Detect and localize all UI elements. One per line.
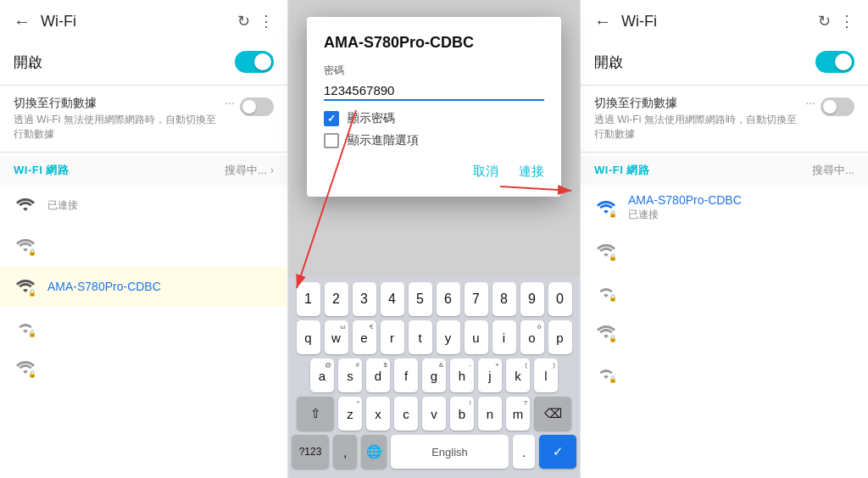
left-wifi-item-2[interactable]: 🔒 [0,307,287,347]
left-refresh-icon[interactable]: ↻ [237,12,250,31]
key-q[interactable]: q [297,320,320,354]
right-wifi-item-3[interactable]: 🔒 [581,312,868,353]
key-globe[interactable]: 🌐 [361,435,387,469]
right-back-icon[interactable]: ← [594,12,611,31]
key-o[interactable]: oô [520,320,544,354]
key-p[interactable]: p [548,320,572,354]
key-n[interactable]: n [478,397,502,431]
connect-button[interactable]: 連接 [519,160,544,183]
dialog-input-wrap [324,81,544,101]
keyboard-row-qwerty: q wω e€ r t y u i oô p [292,320,576,354]
key-5[interactable]: 5 [409,282,432,316]
right-wifi-item-4[interactable]: 🔒 [581,353,868,393]
right-mobile-data-toggle[interactable] [821,97,854,116]
key-dot[interactable]: . [513,435,535,469]
key-u[interactable]: u [465,320,488,354]
key-t[interactable]: t [409,320,432,354]
key-w[interactable]: wω [325,320,348,354]
key-7[interactable]: 7 [465,282,488,316]
left-mobile-data-toggle[interactable] [240,97,274,116]
left-wifi-item-connected[interactable]: 已連接 [0,185,287,225]
key-f[interactable]: f [394,358,418,392]
key-shift[interactable]: ⇧ [297,397,334,431]
right-switch-label: 切換至行動數據 [594,96,800,111]
key-d[interactable]: d$ [366,358,390,392]
left-more-icon[interactable]: ⋮ [259,12,274,31]
key-4[interactable]: 4 [381,282,404,316]
key-comma[interactable]: , [333,435,357,469]
left-switch-dots[interactable]: ··· [225,96,235,109]
left-wifi-signal-icon-connected [14,193,37,217]
left-wifi-item-3[interactable]: 🔒 [0,347,287,388]
key-8[interactable]: 8 [492,282,516,316]
key-l[interactable]: l) [534,358,558,392]
key-a[interactable]: a@ [310,358,334,392]
key-j[interactable]: j+ [478,358,502,392]
key-1[interactable]: 1 [297,282,320,316]
left-wifi-item-highlighted[interactable]: 🔒 AMA-S780Pro-CDBC [0,266,287,307]
key-6[interactable]: 6 [437,282,460,316]
left-title: Wi-Fi [41,13,229,31]
left-wifi-info-highlighted: AMA-S780Pro-CDBC [47,280,161,293]
key-s[interactable]: s# [338,358,362,392]
show-advanced-checkbox[interactable] [324,133,339,148]
left-back-icon[interactable]: ← [14,12,31,31]
key-e[interactable]: e€ [353,320,376,354]
right-wifi-icon-connected: 🔒 [594,196,618,220]
middle-panel: AMA-S780Pro-CDBC 密碼 ✓ 顯示密碼 顯示進階選項 取消 連接 … [288,0,580,478]
key-3[interactable]: 3 [353,282,376,316]
key-m[interactable]: m? [506,397,530,431]
right-lock-icon-1: 🔒 [609,253,617,261]
show-password-checkbox[interactable]: ✓ [324,111,339,126]
key-g[interactable]: g& [422,358,446,392]
key-r[interactable]: r [381,320,404,354]
right-section-title: WI-FI 網路 [594,163,812,178]
right-wifi-item-1[interactable]: 🔒 [581,231,868,271]
right-wifi-icon-3: 🔒 [594,320,618,344]
key-b[interactable]: b! [450,397,474,431]
key-y[interactable]: y [437,320,460,354]
left-wifi-toggle-label: 開啟 [14,53,235,72]
right-wifi-toggle[interactable] [815,51,854,73]
left-wifi-icon-3: 🔒 [14,356,37,380]
left-wifi-icon-highlighted: 🔒 [14,275,37,298]
keyboard-row-asdf: a@ s# d$ f g& h- j+ k( l) [292,358,576,392]
key-c[interactable]: c [394,397,418,431]
show-advanced-row[interactable]: 顯示進階選項 [324,133,544,148]
right-wifi-item-connected[interactable]: 🔒 AMA-S780Pro-CDBC 已連接 [581,185,868,231]
left-wifi-toggle-row: 開啟 [0,42,287,81]
cancel-button[interactable]: 取消 [473,160,498,183]
right-connected-network-name: AMA-S780Pro-CDBC [628,193,742,207]
right-wifi-item-2[interactable]: 🔒 [581,271,868,312]
keyboard[interactable]: 1 2 3 4 5 6 7 8 9 0 q wω e€ r t y u i oô… [288,277,580,478]
left-panel: ← Wi-Fi ↻ ⋮ 開啟 切換至行動數據 透過 Wi-Fi 無法使用網際網路… [0,0,288,478]
key-v[interactable]: v [422,397,446,431]
checkmark-icon: ✓ [327,113,336,125]
left-wifi-item-1[interactable]: 🔒 [0,225,287,266]
key-num-switch[interactable]: ?123 [292,435,329,469]
key-k[interactable]: k( [506,358,530,392]
lock-icon-3: 🔒 [28,370,36,378]
keyboard-row-bottom: ?123 , 🌐 English . ✓ [292,435,576,469]
dialog-password-input[interactable] [324,81,544,101]
right-switch-dots[interactable]: ··· [805,96,815,109]
key-x[interactable]: x [366,397,390,431]
key-z[interactable]: z* [338,397,362,431]
left-wifi-toggle[interactable] [235,51,274,73]
key-9[interactable]: 9 [520,282,544,316]
lock-icon-highlighted: 🔒 [28,289,36,297]
key-0[interactable]: 0 [548,282,572,316]
key-backspace[interactable]: ⌫ [534,397,571,431]
right-lock-icon-connected: 🔒 [609,210,617,218]
key-i[interactable]: i [492,320,516,354]
left-wifi-info-connected: 已連接 [47,197,78,213]
show-password-row[interactable]: ✓ 顯示密碼 [324,111,544,126]
right-refresh-icon[interactable]: ↻ [818,12,831,31]
right-divider-2 [581,152,868,153]
key-space[interactable]: English [391,435,509,469]
key-confirm[interactable]: ✓ [539,435,576,469]
right-more-icon[interactable]: ⋮ [839,12,854,31]
key-h[interactable]: h- [450,358,474,392]
key-2[interactable]: 2 [325,282,348,316]
right-wifi-toggle-row: 開啟 [581,42,868,81]
